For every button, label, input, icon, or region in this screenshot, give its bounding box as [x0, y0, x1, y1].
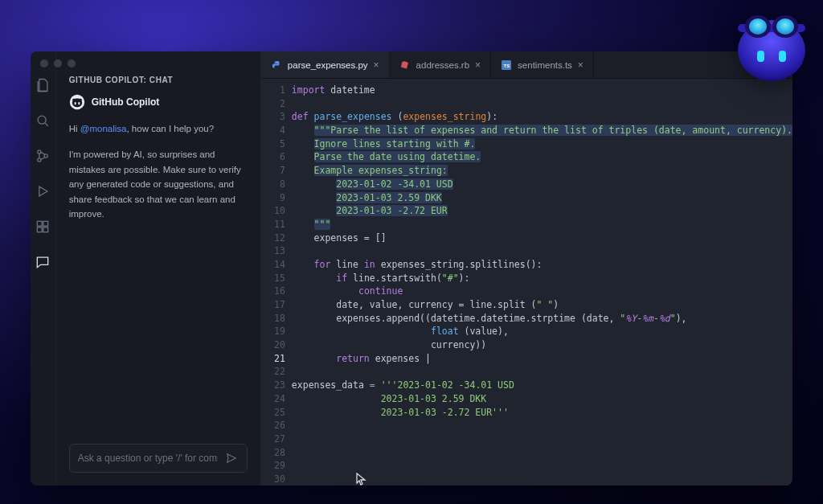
svg-point-10	[38, 158, 41, 162]
copilot-mascot	[731, 6, 812, 87]
chat-send-icon[interactable]	[224, 451, 239, 465]
svg-rect-7	[779, 51, 786, 62]
tab-label: parse_expenses.py	[288, 60, 368, 70]
svg-rect-14	[38, 227, 43, 232]
svg-rect-15	[43, 227, 48, 232]
python-icon	[271, 59, 282, 71]
traffic-minimize[interactable]	[54, 59, 62, 68]
typescript-icon: TS	[501, 59, 512, 71]
chat-greeting-prefix: Hi	[69, 124, 80, 133]
svg-rect-12	[38, 221, 43, 226]
ruby-icon	[399, 59, 411, 71]
tab-close-icon[interactable]: ×	[374, 59, 379, 71]
chat-greeting: Hi @monalisa, how can I help you?	[69, 121, 248, 136]
code-content[interactable]: import datetime def parse_expenses (expe…	[292, 84, 792, 486]
tab-parse-expenses[interactable]: parse_expenses.py ×	[261, 51, 390, 78]
chat-input[interactable]	[69, 444, 248, 473]
extensions-icon[interactable]	[31, 215, 54, 238]
traffic-close[interactable]	[40, 59, 48, 68]
svg-point-11	[44, 154, 47, 158]
chat-greeting-suffix: , how can I help you?	[126, 124, 214, 133]
chat-icon[interactable]	[31, 251, 54, 273]
code-area[interactable]: 1234567891011121314151617181920212223242…	[261, 79, 792, 486]
chat-input-field[interactable]	[78, 453, 218, 464]
vscode-window: GITHUB COPILOT: CHAT GitHub Copilot Hi @…	[31, 51, 792, 486]
chat-mention[interactable]: @monalisa	[80, 124, 127, 133]
tab-label: addresses.rb	[416, 60, 469, 70]
svg-rect-18	[74, 102, 76, 104]
svg-point-4	[749, 18, 767, 35]
copilot-chat-panel: GITHUB COPILOT: CHAT GitHub Copilot Hi @…	[56, 51, 261, 486]
chat-input-wrap	[56, 434, 260, 486]
line-number-gutter: 1234567891011121314151617181920212223242…	[261, 84, 292, 486]
svg-point-8	[39, 116, 47, 124]
svg-point-5	[776, 18, 794, 35]
window-traffic-lights	[40, 59, 76, 68]
chat-message-header: GitHub Copilot	[69, 94, 248, 110]
tab-label: sentiments.ts	[518, 60, 572, 70]
tab-close-icon[interactable]: ×	[578, 59, 583, 71]
svg-point-9	[38, 150, 41, 154]
svg-rect-6	[757, 51, 764, 62]
tab-sentiments[interactable]: TS sentiments.ts ×	[491, 51, 594, 78]
copilot-avatar-icon	[69, 94, 85, 110]
run-debug-icon[interactable]	[31, 180, 54, 203]
svg-rect-20	[72, 99, 82, 101]
editor: parse_expenses.py × addresses.rb × TS se…	[261, 51, 792, 486]
source-control-icon[interactable]	[31, 145, 54, 167]
svg-rect-13	[43, 221, 48, 226]
chat-body: GitHub Copilot Hi @monalisa, how can I h…	[56, 91, 260, 434]
traffic-zoom[interactable]	[68, 59, 76, 68]
tab-addresses[interactable]: addresses.rb ×	[390, 51, 492, 78]
search-icon[interactable]	[31, 109, 54, 132]
explorer-icon[interactable]	[31, 74, 54, 96]
svg-text:TS: TS	[504, 63, 510, 68]
svg-rect-19	[78, 102, 80, 104]
editor-tabs: parse_expenses.py × addresses.rb × TS se…	[261, 51, 792, 79]
activitybar	[31, 51, 56, 486]
tab-close-icon[interactable]: ×	[475, 59, 481, 71]
chat-panel-title: GITHUB COPILOT: CHAT	[56, 63, 260, 91]
chat-disclaimer: I'm powered by AI, so surprises and mist…	[69, 147, 248, 221]
chat-bot-name: GitHub Copilot	[92, 96, 160, 108]
